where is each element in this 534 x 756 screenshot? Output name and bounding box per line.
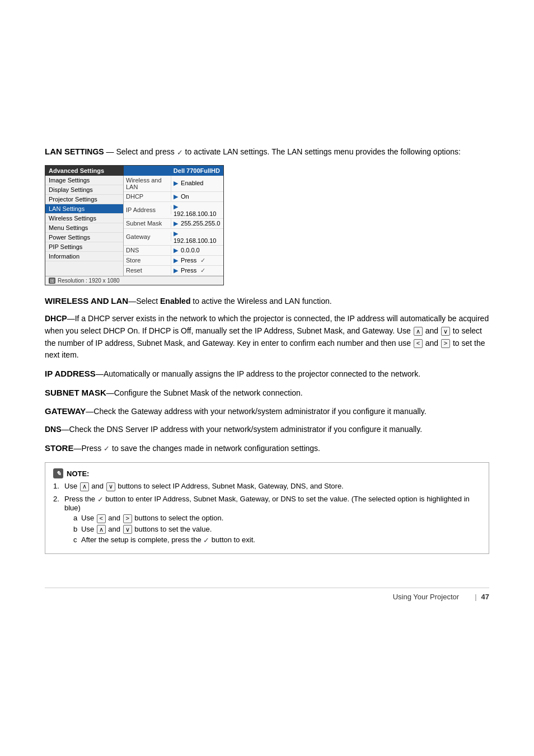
note-list: 1. Use ∧ and ∨ buttons to select IP Addr… (53, 482, 481, 544)
menu-right-panel: Wireless and LAN ▶ Enabled DHCP ▶ On IP … (124, 176, 223, 276)
menu-item-image-settings: Image Settings (45, 176, 123, 185)
menu-item-menu-settings: Menu Settings (45, 223, 123, 233)
row-label-reset: Reset (124, 266, 171, 275)
ip-address-dash: — (96, 369, 104, 378)
row-label-ip-address: IP Address (124, 205, 171, 214)
row-value-store: ▶ Press ✓ (171, 256, 223, 265)
intro-rest: to activate LAN settings. The LAN settin… (185, 147, 461, 156)
note-sub-item-c: c After the setup is complete, press the… (73, 536, 481, 544)
menu-header-right: Dell 7700FullHD (124, 166, 223, 176)
down-btn-note1: ∨ (106, 482, 115, 491)
note-box: ✎ NOTE: 1. Use ∧ and ∨ buttons to select… (45, 462, 489, 554)
menu-row-wireless-lan: Wireless and LAN ▶ Enabled (124, 176, 223, 192)
subnet-mask-dash: — (106, 388, 114, 397)
left-arrow-btn-dhcp: < (414, 339, 423, 348)
lan-caps-rest: ETTINGS (70, 147, 104, 156)
resolution-icon: ⊞ (49, 278, 55, 284)
store-check: ✓ (104, 443, 110, 454)
row-value-reset: ▶ Press ✓ (171, 266, 223, 275)
page-footer: Using Your Projector | 47 (45, 588, 489, 601)
note-label: NOTE: (67, 469, 89, 478)
check-note2: ✓ (97, 495, 104, 504)
ip-address-section: IP ADDRESS—Automatically or manually ass… (45, 367, 489, 381)
row-label-dhcp: DHCP (124, 192, 171, 201)
wireless-lan-dash: — (128, 297, 136, 306)
resolution-text: Resolution : 1920 x 1080 (58, 278, 120, 284)
note-sub-item-a: a Use < and > buttons to select the opti… (73, 514, 481, 523)
right-arrow-btn-dhcp: > (441, 339, 450, 348)
menu-row-dhcp: DHCP ▶ On (124, 192, 223, 202)
sub-label-c: c (73, 536, 77, 544)
menu-left-panel: Image Settings Display Settings Projecto… (45, 176, 124, 276)
lan-caps: LAN S (45, 147, 70, 156)
menu-item-pip-settings: PIP Settings (45, 242, 123, 252)
menu-item-projector-settings: Projector Settings (45, 195, 123, 204)
menu-row-dns: DNS ▶ 0.0.0.0 (124, 246, 223, 256)
dns-term: DNS (45, 425, 62, 434)
menu-screenshot: Advanced Settings Dell 7700FullHD Image … (45, 165, 224, 285)
dns-section: DNS—Check the DNS Server IP address with… (45, 424, 489, 436)
sub-label-b: b (73, 525, 77, 533)
top-spacer (45, 22, 489, 145)
gateway-term: GATEWAY (45, 407, 86, 416)
dhcp-dash: — (67, 314, 75, 323)
menu-row-ip-address: IP Address ▶ 192.168.100.10 (124, 202, 223, 219)
page-content: LAN SETTINGS — Select and press ✓ to act… (45, 22, 489, 601)
check-c: ✓ (203, 536, 209, 544)
sub-label-a: a (73, 514, 77, 522)
row-label-subnet-mask: Subnet Mask (124, 219, 171, 228)
dns-dash: — (62, 425, 69, 434)
menu-row-subnet-mask: Subnet Mask ▶ 255.255.255.0 (124, 219, 223, 229)
menu-body: Image Settings Display Settings Projecto… (45, 176, 223, 276)
menu-footer: ⊞ Resolution : 1920 x 1080 (45, 276, 223, 285)
menu-header-left: Advanced Settings (45, 166, 124, 176)
wireless-lan-term: WIRELESS AND LAN (45, 297, 128, 306)
dhcp-section: DHCP—If a DHCP server exists in the netw… (45, 313, 489, 361)
right-btn-a: > (123, 514, 132, 523)
menu-row-gateway: Gateway ▶ 192.168.100.10 (124, 229, 223, 246)
menu-item-display-settings: Display Settings (45, 185, 123, 195)
dhcp-term: DHCP (45, 314, 67, 323)
gateway-dash: — (86, 407, 93, 416)
down-arrow-btn-dhcp: ∨ (441, 327, 450, 336)
note-item-2-num: 2. (53, 495, 59, 503)
footer-pipe: | (475, 593, 476, 601)
row-value-ip-address: ▶ 192.168.100.10 (171, 202, 223, 218)
note-icon: ✎ (53, 468, 63, 478)
row-label-store: Store (124, 256, 171, 265)
menu-header: Advanced Settings Dell 7700FullHD (45, 166, 223, 176)
menu-row-store: Store ▶ Press ✓ (124, 256, 223, 266)
down-btn-b: ∨ (123, 525, 132, 534)
footer-label: Using Your Projector (393, 593, 460, 601)
heading-text: LAN SETTINGS (45, 147, 104, 156)
store-term: STORE (45, 444, 73, 453)
check-mark-intro: ✓ (177, 147, 183, 158)
row-label-wireless-lan: Wireless and LAN (124, 176, 171, 191)
row-value-subnet-mask: ▶ 255.255.255.0 (171, 219, 223, 228)
note-heading: ✎ NOTE: (53, 468, 481, 478)
store-dash: — (73, 444, 81, 453)
menu-row-reset: Reset ▶ Press ✓ (124, 266, 223, 276)
intro-dash: — (106, 147, 114, 156)
page-number: 47 (481, 593, 489, 601)
menu-item-information: Information (45, 252, 123, 261)
wireless-lan-section: WIRELESS AND LAN—Select Enabled to activ… (45, 294, 489, 308)
menu-item-lan-settings: LAN Settings (45, 204, 123, 214)
lan-settings-intro: LAN SETTINGS — Select and press ✓ to act… (45, 145, 489, 158)
note-item-2: 2. Press the ✓ button to enter IP Addres… (53, 495, 481, 544)
row-value-dhcp: ▶ On (171, 192, 223, 201)
ip-address-term: IP ADDRESS (45, 369, 96, 378)
up-arrow-btn-dhcp: ∧ (414, 327, 423, 336)
note-item-1: 1. Use ∧ and ∨ buttons to select IP Addr… (53, 482, 481, 491)
menu-item-power-settings: Power Settings (45, 233, 123, 242)
up-btn-note1: ∧ (80, 482, 89, 491)
row-value-gateway: ▶ 192.168.100.10 (171, 229, 223, 245)
row-value-dns: ▶ 0.0.0.0 (171, 246, 223, 255)
store-section: STORE—Press ✓ to save the changes made i… (45, 442, 489, 455)
up-btn-b: ∧ (97, 525, 106, 534)
intro-text: Select and press (116, 147, 174, 156)
note-item-1-num: 1. (53, 482, 59, 490)
subnet-mask-term: SUBNET MASK (45, 388, 106, 397)
subnet-mask-section: SUBNET MASK—Configure the Subnet Mask of… (45, 386, 489, 400)
note-sub-item-b: b Use ∧ and ∨ buttons to set the value. (73, 525, 481, 534)
